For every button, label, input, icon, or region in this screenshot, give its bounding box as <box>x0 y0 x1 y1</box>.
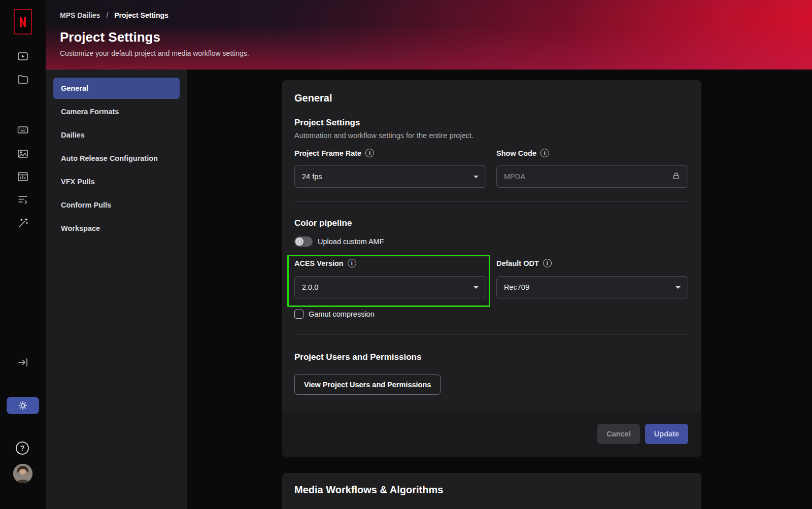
logout-icon[interactable] <box>17 356 29 368</box>
dailies-film-icon[interactable] <box>17 171 29 183</box>
avatar-photo <box>13 464 32 483</box>
aces-version-value: 2.0.0 <box>302 283 318 291</box>
upload-amf-label: Upload custom AMF <box>318 237 384 246</box>
section-description: Automation and workflow settings for the… <box>294 131 473 140</box>
magic-wand-icon[interactable] <box>17 217 29 229</box>
frame-rate-value: 24 fps <box>302 173 322 181</box>
netflix-logo[interactable] <box>14 9 32 35</box>
chevron-down-icon <box>473 176 479 178</box>
frame-rate-info-icon[interactable] <box>365 149 374 157</box>
frame-rate-label: Project Frame Rate <box>294 149 374 157</box>
show-code-field <box>496 165 688 188</box>
frame-rate-label-text: Project Frame Rate <box>294 149 361 157</box>
queue-icon[interactable] <box>17 193 29 206</box>
lock-icon <box>672 172 681 182</box>
update-button[interactable]: Update <box>645 424 688 444</box>
show-code-input <box>504 173 672 181</box>
folder-icon[interactable] <box>17 73 29 85</box>
video-player-icon[interactable] <box>17 50 29 62</box>
help-icon[interactable] <box>16 442 29 455</box>
gamut-compression-checkbox[interactable] <box>294 310 303 319</box>
page-title: Project Settings <box>60 29 812 45</box>
page-subtitle: Customize your default project and media… <box>60 49 812 57</box>
aces-version-label-text: ACES Version <box>294 259 344 267</box>
sidebar-item-vfx-pulls[interactable]: VFX Pulls <box>53 171 180 192</box>
general-settings-card: General Project Settings Automation and … <box>282 80 701 457</box>
card-footer: Cancel Update <box>282 411 701 457</box>
toggle-knob <box>295 237 303 246</box>
netflix-n-icon <box>19 16 27 28</box>
default-odt-label-text: Default ODT <box>496 259 539 267</box>
media-workflows-card: Media Workflows & Algorithms <box>282 473 701 509</box>
sidebar-item-camera-formats[interactable]: Camera Formats <box>53 101 180 122</box>
chevron-down-icon <box>473 286 479 289</box>
aces-version-info-icon[interactable] <box>348 259 356 267</box>
icon-rail <box>0 0 46 509</box>
main-content: General Project Settings Automation and … <box>187 70 812 509</box>
settings-nav-active[interactable] <box>7 397 39 414</box>
aces-version-select[interactable]: 2.0.0 <box>294 276 486 298</box>
default-odt-info-icon[interactable] <box>543 259 552 267</box>
upload-amf-toggle[interactable] <box>294 236 313 247</box>
cancel-button[interactable]: Cancel <box>597 424 640 444</box>
section-title-color-pipeline: Color pipeline <box>294 218 352 228</box>
default-odt-select[interactable]: Rec709 <box>496 276 688 298</box>
show-code-label: Show Code <box>496 149 549 157</box>
breadcrumb-current: Project Settings <box>114 11 168 19</box>
sidebar-item-workspace[interactable]: Workspace <box>53 218 180 239</box>
frame-rate-select[interactable]: 24 fps <box>294 165 486 188</box>
view-users-permissions-button[interactable]: View Project Users and Permissions <box>294 375 441 395</box>
breadcrumb: MPS Dailies / Project Settings <box>60 11 812 19</box>
section-title-project-settings: Project Settings <box>294 118 360 128</box>
show-code-label-text: Show Code <box>496 149 536 157</box>
chevron-down-icon <box>675 286 681 289</box>
sidebar-item-auto-release[interactable]: Auto Release Configuration <box>53 148 180 169</box>
settings-sidebar: General Camera Formats Dailies Auto Rele… <box>46 70 187 509</box>
aces-version-label: ACES Version <box>294 259 356 267</box>
divider <box>294 334 688 334</box>
sidebar-item-dailies[interactable]: Dailies <box>53 124 180 146</box>
breadcrumb-parent[interactable]: MPS Dailies <box>60 11 100 19</box>
default-odt-label: Default ODT <box>496 259 552 267</box>
gear-icon <box>18 400 28 411</box>
media-import-icon[interactable] <box>17 148 29 160</box>
keyboard-icon[interactable] <box>17 124 29 136</box>
sidebar-item-conform-pulls[interactable]: Conform Pulls <box>53 194 180 216</box>
gamut-compression-row: Gamut compression <box>294 310 375 319</box>
default-odt-value: Rec709 <box>504 283 529 291</box>
media-workflows-title: Media Workflows & Algorithms <box>294 484 443 496</box>
card-title: General <box>294 92 332 104</box>
gamut-compression-label: Gamut compression <box>309 310 375 318</box>
page-header: MPS Dailies / Project Settings Project S… <box>46 0 812 70</box>
sidebar-item-general[interactable]: General <box>53 78 180 99</box>
upload-amf-row: Upload custom AMF <box>294 236 384 247</box>
section-title-users-permissions: Project Users and Permissions <box>294 352 421 362</box>
user-avatar[interactable] <box>13 464 32 483</box>
divider <box>294 201 688 202</box>
breadcrumb-separator: / <box>106 11 108 19</box>
show-code-info-icon[interactable] <box>540 149 549 157</box>
